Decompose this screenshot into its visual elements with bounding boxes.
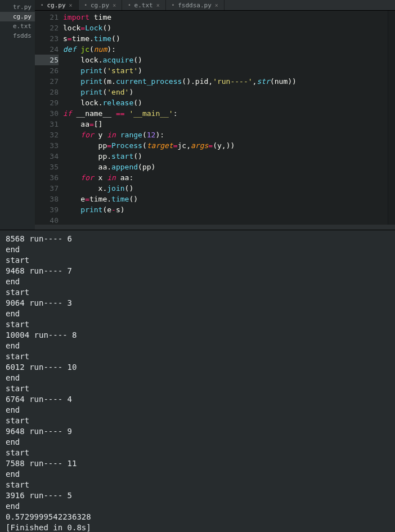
- code-line[interactable]: pp.start(): [63, 151, 388, 162]
- code-token: (: [142, 131, 147, 139]
- sidebar-file[interactable]: tr.py: [0, 2, 35, 12]
- code-token: s): [116, 205, 125, 214]
- output-line: end: [6, 373, 389, 383]
- code-line[interactable]: lock.release(): [63, 97, 388, 108]
- code-line[interactable]: for x in aa:: [63, 172, 388, 183]
- code-token: num: [94, 45, 107, 53]
- line-number[interactable]: 29: [35, 97, 59, 108]
- code-token: .: [107, 195, 111, 203]
- line-number[interactable]: 22: [35, 23, 59, 33]
- close-icon[interactable]: ×: [215, 2, 218, 8]
- code-token: ):: [107, 45, 116, 53]
- sidebar-file[interactable]: e.txt: [0, 21, 35, 31]
- code-editor[interactable]: 2122232425262728293031323334353637383940…: [35, 11, 395, 225]
- code-line[interactable]: lock.acquire(): [63, 55, 388, 65]
- output-line: end: [6, 469, 389, 480]
- tab[interactable]: •cg.py×: [35, 0, 79, 10]
- code-line[interactable]: e=time.time(): [63, 194, 388, 204]
- horizontal-scrollbar[interactable]: [35, 225, 395, 230]
- code-line[interactable]: def jc(num):: [63, 44, 388, 55]
- code-token: print: [80, 205, 102, 214]
- line-number[interactable]: 39: [35, 204, 59, 215]
- code-line[interactable]: print(e-s): [63, 204, 388, 215]
- line-number[interactable]: 23: [35, 33, 59, 44]
- code-token: s: [63, 34, 68, 43]
- code-line[interactable]: aa.append(pp): [63, 162, 388, 172]
- code-line[interactable]: for y in range(12):: [63, 129, 388, 140]
- app: tr.pycg.pye.txtfsdds •cg.py×•cg.py×•e.tx…: [0, 0, 395, 532]
- output-line: start: [6, 383, 389, 394]
- code-line[interactable]: import time: [63, 12, 388, 23]
- code-token: aa: [63, 120, 89, 128]
- code-token: [63, 131, 80, 139]
- tab[interactable]: •e.txt×: [122, 0, 166, 10]
- output-line: 3916 run---- 5: [6, 490, 389, 501]
- code-line[interactable]: print('end'): [63, 87, 388, 97]
- line-number[interactable]: 31: [35, 119, 59, 129]
- line-number[interactable]: 21: [35, 12, 59, 23]
- code-line[interactable]: aa=[]: [63, 119, 388, 129]
- line-number[interactable]: 26: [35, 65, 59, 76]
- line-number[interactable]: 30: [35, 108, 59, 119]
- sidebar-file[interactable]: cg.py: [0, 12, 35, 21]
- line-number[interactable]: 24: [35, 44, 59, 55]
- code-body[interactable]: import timelock=Lock()s=time.time()def j…: [63, 11, 388, 225]
- code-line[interactable]: lock=Lock(): [63, 23, 388, 33]
- line-number[interactable]: 35: [35, 162, 59, 172]
- tab[interactable]: •cg.py×: [79, 0, 123, 10]
- minimap[interactable]: [388, 11, 395, 225]
- output-line: start: [6, 255, 389, 266]
- code-token: lock: [63, 24, 80, 32]
- code-token: [89, 13, 94, 21]
- code-line[interactable]: pp=Process(target=jc,args=(y,)): [63, 140, 388, 151]
- close-icon[interactable]: ×: [113, 2, 116, 8]
- code-token: print: [80, 88, 102, 96]
- line-number[interactable]: 27: [35, 76, 59, 87]
- code-line[interactable]: x.join(): [63, 183, 388, 194]
- output-line: 9648 run---- 9: [6, 426, 389, 437]
- code-line[interactable]: s=time.time(): [63, 33, 388, 44]
- code-token: def: [63, 45, 76, 53]
- code-token: (): [133, 56, 142, 64]
- output-line: start: [6, 448, 389, 458]
- code-line[interactable]: print('start'): [63, 65, 388, 76]
- code-token: .: [107, 152, 111, 160]
- code-token: join: [107, 184, 124, 193]
- line-number[interactable]: 33: [35, 140, 59, 151]
- line-number[interactable]: 28: [35, 87, 59, 97]
- close-icon[interactable]: ×: [69, 2, 73, 8]
- line-number[interactable]: 38: [35, 194, 59, 204]
- line-number[interactable]: 25: [35, 55, 59, 65]
- code-token: .: [111, 77, 116, 86]
- output-panel[interactable]: 8568 run---- 6endstart9468 run---- 7ends…: [0, 230, 395, 532]
- code-token: args: [191, 141, 208, 150]
- code-token: y: [94, 131, 107, 139]
- code-token: release: [102, 99, 133, 107]
- line-number[interactable]: 36: [35, 172, 59, 183]
- code-token: import: [63, 13, 89, 21]
- line-number[interactable]: 40: [35, 215, 59, 225]
- code-token: start: [111, 152, 133, 160]
- top-pane: tr.pycg.pye.txtfsdds •cg.py×•cg.py×•e.tx…: [0, 0, 395, 230]
- code-token: pid: [195, 77, 208, 86]
- code-token: .: [191, 77, 195, 86]
- code-token: print: [80, 66, 102, 75]
- close-icon[interactable]: ×: [156, 2, 160, 8]
- code-token: ): [129, 88, 133, 96]
- code-token: []: [94, 120, 103, 128]
- line-number[interactable]: 37: [35, 183, 59, 194]
- tab[interactable]: •fsddsa.py×: [166, 0, 225, 10]
- sidebar-file[interactable]: fsdds: [0, 31, 35, 41]
- code-line[interactable]: if __name__ == '__main__':: [63, 108, 388, 119]
- code-token: (): [129, 195, 138, 203]
- code-token: in: [107, 173, 116, 182]
- output-line: 8568 run---- 6: [6, 234, 389, 244]
- line-number[interactable]: 32: [35, 129, 59, 140]
- line-number[interactable]: 34: [35, 151, 59, 162]
- code-token: time: [89, 195, 107, 203]
- code-line[interactable]: [63, 215, 388, 225]
- code-line[interactable]: print(m.current_process().pid,'run----',…: [63, 76, 388, 87]
- output-line: 7588 run---- 11: [6, 458, 389, 469]
- output-line: end: [6, 309, 389, 319]
- code-token: (): [111, 34, 120, 43]
